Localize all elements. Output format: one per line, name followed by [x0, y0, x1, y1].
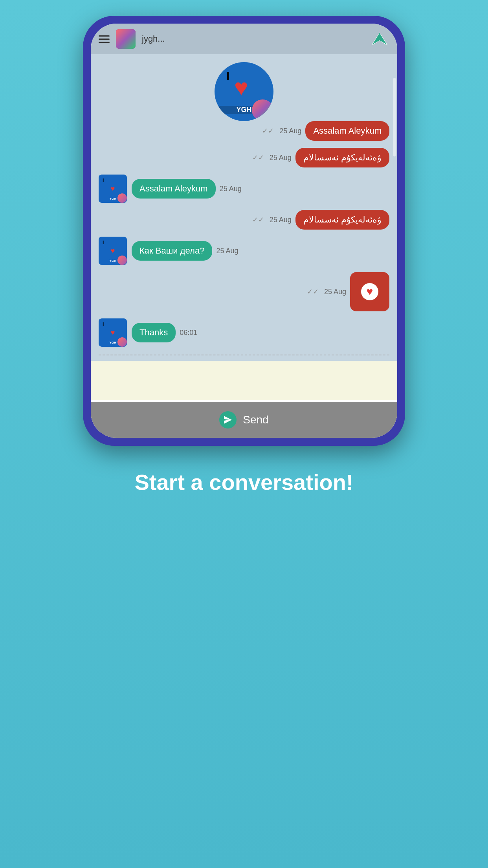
- send-button-label: Send: [243, 414, 268, 426]
- sa-i: I: [103, 240, 104, 245]
- message-bubble: ۋەئەلەيكۇم ئەسسالام: [295, 210, 389, 230]
- message-bubble: Assalam Aleykum: [305, 121, 389, 141]
- sa-corner: [117, 256, 127, 265]
- message-row: I ♥ YGH Как Ваши дела? 25 Aug: [99, 237, 389, 265]
- send-icon: [219, 411, 237, 428]
- chat-area: I ♥ YGH ✓✓ 25 Aug Assalam Aleykum ✓✓: [91, 54, 397, 361]
- message-bubble-thanks: Thanks: [132, 323, 176, 342]
- heart-icon: ♥: [361, 283, 378, 300]
- avatar-heart-symbol: ♥: [234, 74, 248, 101]
- checkmark: ✓✓: [252, 153, 264, 162]
- checkmark: ✓✓: [262, 127, 274, 135]
- message-input[interactable]: [91, 361, 397, 400]
- message-timestamp: 06:01: [180, 329, 197, 337]
- sender-avatar: I ♥ YGH: [99, 237, 127, 265]
- message-timestamp: 25 Aug: [279, 127, 301, 135]
- message-row: ✓✓ 25 Aug ۋەئەلەيكۇم ئەسسالام: [99, 210, 389, 230]
- sender-avatar: I ♥ YGH: [99, 318, 127, 347]
- top-bar: jygh...: [91, 24, 397, 54]
- phone-inner: jygh... I ♥ YGH: [91, 24, 397, 438]
- avatar-corner-decoration: [252, 99, 273, 121]
- message-timestamp: 25 Aug: [270, 216, 292, 224]
- message-row: I ♥ YGH Assalam Aleykum 25 Aug: [99, 175, 389, 203]
- message-bubble: ۋەئەلەيكۇم ئەسسالام: [295, 148, 389, 167]
- message-row: I ♥ YGH Thanks 06:01: [99, 318, 389, 347]
- bottom-label: Start a conversation!: [119, 469, 369, 495]
- top-bar-username: jygh...: [142, 34, 363, 44]
- sa-corner: [117, 193, 127, 203]
- sa-heart: ♥: [111, 329, 115, 337]
- sa-i: I: [103, 178, 104, 183]
- message-timestamp: 25 Aug: [270, 154, 292, 162]
- send-bird-icon: [370, 29, 389, 49]
- svg-marker-0: [372, 33, 387, 45]
- top-avatar: [116, 29, 136, 49]
- avatar-i-text: I: [226, 69, 229, 83]
- sender-avatar: I ♥ YGH: [99, 175, 127, 203]
- sa-heart: ♥: [111, 247, 115, 255]
- message-bubble: Assalam Aleykum: [132, 179, 216, 199]
- sa-corner: [117, 337, 127, 347]
- phone-frame: jygh... I ♥ YGH: [83, 16, 405, 446]
- profile-avatar: I ♥ YGH: [215, 62, 273, 121]
- message-bubble: Как Ваши дела?: [132, 241, 212, 261]
- scroll-indicator: [393, 78, 396, 156]
- checkmark: ✓✓: [252, 215, 264, 224]
- message-row: ✓✓ 25 Aug Assalam Aleykum: [99, 121, 389, 141]
- dashed-divider: [99, 355, 389, 355]
- sa-i: I: [103, 322, 104, 327]
- sa-heart: ♥: [111, 185, 115, 193]
- message-timestamp: 25 Aug: [324, 288, 346, 296]
- hamburger-icon[interactable]: [99, 35, 110, 43]
- message-row: ✓✓ 25 Aug ♥: [99, 272, 389, 311]
- messages-container: ✓✓ 25 Aug Assalam Aleykum ✓✓ 25 Aug ۋەئە…: [99, 121, 389, 347]
- checkmark: ✓✓: [307, 287, 319, 296]
- message-image-bubble: ♥: [350, 272, 389, 311]
- message-row: ✓✓ 25 Aug ۋەئەلەيكۇم ئەسسالام: [99, 148, 389, 167]
- send-button[interactable]: Send: [91, 402, 397, 438]
- message-timestamp: 25 Aug: [216, 247, 238, 255]
- phone-wrapper: jygh... I ♥ YGH: [83, 16, 405, 446]
- message-timestamp: 25 Aug: [220, 185, 242, 193]
